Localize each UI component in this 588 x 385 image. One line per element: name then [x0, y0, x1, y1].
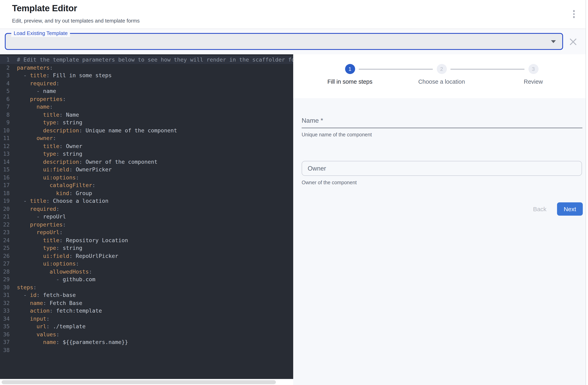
select-label: Load Existing Template	[11, 30, 70, 37]
line-number: 34	[0, 315, 10, 323]
code-line-33: 33 action: fetch:template	[0, 307, 293, 315]
code-editor[interactable]: 1# Edit the template parameters below to…	[0, 54, 293, 379]
code-line-19: 19 - title: Choose a location	[0, 197, 293, 205]
code-line-2: 2parameters:	[0, 64, 293, 72]
code-line-37: 37 name: ${{parameters.name}}	[0, 338, 293, 346]
page-subtitle: Edit, preview, and try out templates and…	[12, 18, 140, 24]
line-number: 10	[0, 127, 10, 134]
code-line-3: 3 - title: Fill in some steps	[0, 72, 293, 80]
name-field-label: Name *	[302, 117, 323, 124]
line-number: 35	[0, 323, 10, 330]
line-number: 28	[0, 268, 10, 276]
line-number: 4	[0, 80, 10, 87]
code-line-1: 1# Edit the template parameters below to…	[0, 56, 293, 64]
line-number: 32	[0, 299, 10, 307]
line-number: 9	[0, 119, 10, 127]
line-number: 31	[0, 291, 10, 299]
code-line-35: 35 url: ./template	[0, 323, 293, 330]
line-number: 22	[0, 221, 10, 229]
code-line-7: 7 name:	[0, 103, 293, 111]
code-line-12: 12 title: Owner	[0, 142, 293, 150]
line-number: 29	[0, 276, 10, 283]
code-line-16: 16 ui:options:	[0, 173, 293, 181]
form-area: Name * Unique name of the component Owne…	[293, 98, 586, 385]
step-label-2: Choose a location	[418, 78, 465, 85]
name-input[interactable]: Name *	[302, 117, 582, 133]
name-field-helper: Unique name of the component	[302, 132, 372, 138]
right-scrollbar-gutter	[586, 0, 588, 385]
code-line-8: 8 title: Name	[0, 111, 293, 119]
line-number: 11	[0, 134, 10, 142]
name-field-underline	[302, 128, 582, 128]
code-line-31: 31 - id: fetch-base	[0, 291, 293, 299]
code-line-38: 38	[0, 346, 293, 354]
dropdown-arrow-icon[interactable]	[551, 40, 556, 43]
line-number: 8	[0, 111, 10, 119]
back-button[interactable]: Back	[526, 202, 554, 216]
line-number: 33	[0, 307, 10, 315]
code-line-23: 23 repoUrl:	[0, 229, 293, 236]
line-number: 30	[0, 283, 10, 291]
line-number: 20	[0, 205, 10, 213]
code-line-25: 25 type: string	[0, 244, 293, 252]
kebab-menu-icon[interactable]	[569, 8, 579, 20]
line-number: 12	[0, 142, 10, 150]
line-number: 21	[0, 213, 10, 221]
template-preview-panel: 1Fill in some steps2Choose a location3Re…	[293, 54, 586, 385]
code-line-13: 13 type: string	[0, 150, 293, 158]
code-line-9: 9 type: string	[0, 119, 293, 127]
line-number: 15	[0, 166, 10, 173]
code-line-27: 27 ui:options:	[0, 260, 293, 268]
line-number: 18	[0, 189, 10, 197]
template-editor-page: Template Editor Edit, preview, and try o…	[0, 0, 588, 385]
load-template-row: Load Existing Template	[0, 29, 588, 54]
code-line-29: 29 - github.com	[0, 276, 293, 283]
code-line-28: 28 allowedHosts:	[0, 268, 293, 276]
line-number: 26	[0, 252, 10, 260]
code-line-11: 11 owner:	[0, 134, 293, 142]
line-number: 37	[0, 338, 10, 346]
load-existing-template-select[interactable]: Load Existing Template	[5, 33, 563, 50]
line-number: 16	[0, 173, 10, 181]
code-line-26: 26 ui:field: RepoUrlPicker	[0, 252, 293, 260]
code-line-5: 5 - name	[0, 87, 293, 95]
step-circle-2: 2	[437, 64, 447, 74]
code-line-32: 32 name: Fetch Base	[0, 299, 293, 307]
step-connector	[450, 69, 525, 69]
line-number: 25	[0, 244, 10, 252]
page-header: Template Editor Edit, preview, and try o…	[0, 0, 588, 29]
stepper: 1Fill in some steps2Choose a location3Re…	[293, 54, 586, 98]
owner-input[interactable]: Owner	[302, 161, 582, 176]
step-circle-1: 1	[345, 64, 355, 74]
code-line-17: 17 catalogFilter:	[0, 181, 293, 189]
line-number: 6	[0, 95, 10, 103]
step-connector	[359, 69, 433, 69]
horizontal-scrollbar	[0, 379, 293, 385]
line-number: 2	[0, 64, 10, 72]
code-line-14: 14 description: Owner of the component	[0, 158, 293, 166]
code-line-36: 36 values:	[0, 330, 293, 338]
line-number: 7	[0, 103, 10, 111]
code-line-34: 34 input:	[0, 315, 293, 323]
line-number: 17	[0, 181, 10, 189]
line-number: 24	[0, 236, 10, 244]
line-number: 1	[0, 56, 10, 64]
code-line-24: 24 title: Repository Location	[0, 236, 293, 244]
code-line-6: 6 properties:	[0, 95, 293, 103]
step-label-3: Review	[524, 78, 543, 85]
code-line-30: 30steps:	[0, 283, 293, 291]
close-icon[interactable]	[569, 37, 578, 46]
line-number: 27	[0, 260, 10, 268]
code-line-4: 4 required:	[0, 80, 293, 87]
line-number: 5	[0, 87, 10, 95]
horizontal-scrollbar-thumb[interactable]	[2, 380, 276, 384]
page-title: Template Editor	[12, 3, 77, 14]
line-number: 38	[0, 346, 10, 354]
next-button[interactable]: Next	[557, 202, 583, 216]
code-line-20: 20 required:	[0, 205, 293, 213]
code-line-18: 18 kind: Group	[0, 189, 293, 197]
code-line-10: 10 description: Unique name of the compo…	[0, 127, 293, 134]
code-line-21: 21 - repoUrl	[0, 213, 293, 221]
code-line-22: 22 properties:	[0, 221, 293, 229]
step-label-1: Fill in some steps	[327, 78, 372, 85]
